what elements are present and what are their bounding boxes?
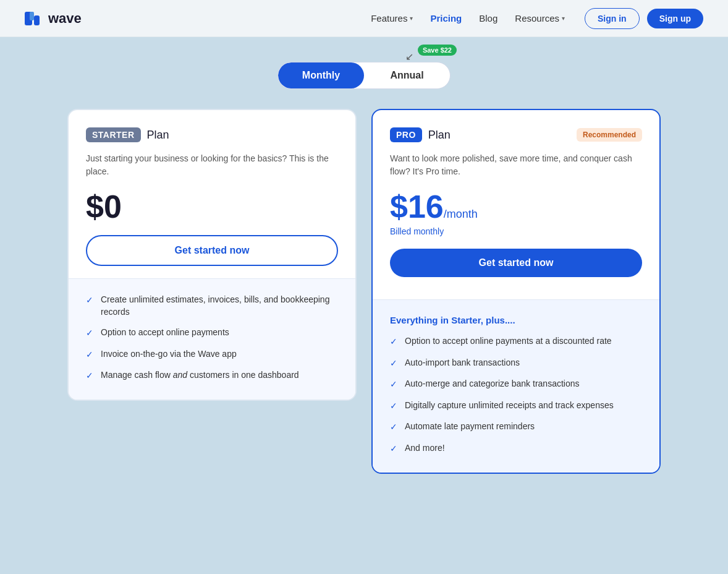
starter-badge: STARTER — [86, 127, 141, 142]
starter-cta-button[interactable]: Get started now — [86, 235, 338, 266]
list-item: ✓ Invoice on-the-go via the Wave app — [86, 348, 338, 361]
check-icon: ✓ — [390, 336, 397, 348]
list-item: ✓ Create unlimited estimates, invoices, … — [86, 294, 338, 318]
header-buttons: Sign in Sign up — [585, 8, 703, 29]
save-arrow-icon: ↙ — [405, 51, 413, 62]
check-icon: ✓ — [86, 327, 93, 340]
svg-rect-1 — [34, 15, 40, 25]
check-icon: ✓ — [390, 379, 397, 391]
starter-card-bottom: ✓ Create unlimited estimates, invoices, … — [69, 278, 355, 400]
pro-plan-card: PRO Plan Recommended Want to look more p… — [371, 109, 661, 474]
nav-pricing[interactable]: Pricing — [430, 13, 462, 24]
nav-features[interactable]: Features ▾ — [371, 13, 413, 24]
list-item: ✓ Automate late payment reminders — [390, 421, 642, 434]
pro-features-title: Everything in Starter, plus.... — [390, 315, 642, 325]
list-item: ✓ And more! — [390, 442, 642, 455]
starter-plan-card: STARTER Plan Just starting your business… — [67, 109, 357, 401]
save-badge: Save $22 — [418, 45, 457, 56]
chevron-down-icon: ▾ — [562, 15, 565, 22]
logo[interactable]: wave — [25, 11, 82, 27]
pro-card-top: PRO Plan Recommended Want to look more p… — [373, 110, 659, 299]
pro-price-per: /month — [444, 208, 478, 220]
pro-price-block: $16/month Billed monthly — [390, 191, 642, 236]
pro-plan-header: PRO Plan Recommended — [390, 127, 642, 142]
check-icon: ✓ — [86, 349, 93, 361]
starter-card-top: STARTER Plan Just starting your business… — [69, 110, 355, 278]
list-item: ✓ Manage cash flow and customers in one … — [86, 369, 338, 382]
recommended-badge: Recommended — [577, 128, 642, 142]
nav-resources[interactable]: Resources ▾ — [515, 13, 565, 24]
monthly-toggle-button[interactable]: Monthly — [278, 62, 364, 88]
chevron-down-icon: ▾ — [410, 15, 413, 22]
pro-badge: PRO — [390, 127, 422, 142]
pro-plan-name: Plan — [428, 129, 451, 142]
pro-card-bottom: Everything in Starter, plus.... ✓ Option… — [373, 299, 659, 473]
pro-cta-button[interactable]: Get started now — [390, 249, 642, 277]
signin-button[interactable]: Sign in — [585, 8, 640, 29]
pro-feature-list: ✓ Option to accept online payments at a … — [390, 335, 642, 455]
list-item: ✓ Auto-import bank transactions — [390, 357, 642, 370]
list-item: ✓ Auto-merge and categorize bank transac… — [390, 378, 642, 391]
svg-rect-2 — [30, 12, 34, 20]
starter-description: Just starting your business or looking f… — [86, 152, 338, 178]
logo-text: wave — [48, 11, 82, 27]
billing-toggle: Monthly Annual — [277, 62, 451, 89]
pro-price: $16/month — [390, 189, 478, 225]
check-icon: ✓ — [390, 400, 397, 413]
check-icon: ✓ — [390, 358, 397, 370]
pricing-cards: STARTER Plan Just starting your business… — [67, 109, 661, 474]
check-icon: ✓ — [86, 294, 93, 307]
annual-toggle-button[interactable]: Annual — [364, 62, 450, 88]
list-item: ✓ Digitally capture unlimited receipts a… — [390, 400, 642, 413]
signup-button[interactable]: Sign up — [647, 9, 703, 28]
starter-price: $0 — [86, 189, 122, 225]
wave-logo-icon — [25, 12, 43, 25]
pro-billing-label: Billed monthly — [390, 226, 642, 236]
main-content: Save $22 ↙ Monthly Annual STARTER Plan J… — [0, 37, 728, 511]
starter-plan-header: STARTER Plan — [86, 127, 338, 142]
check-icon: ✓ — [390, 421, 397, 434]
header: wave Features ▾ Pricing Blog Resources ▾… — [0, 0, 728, 37]
starter-plan-name: Plan — [147, 129, 169, 142]
billing-toggle-wrapper: Save $22 ↙ Monthly Annual — [277, 62, 451, 89]
starter-feature-list: ✓ Create unlimited estimates, invoices, … — [86, 294, 338, 382]
check-icon: ✓ — [390, 443, 397, 455]
main-nav: Features ▾ Pricing Blog Resources ▾ — [371, 13, 565, 24]
pro-description: Want to look more polished, save more ti… — [390, 152, 642, 178]
starter-price-block: $0 — [86, 191, 338, 223]
list-item: ✓ Option to accept online payments — [86, 327, 338, 340]
nav-blog[interactable]: Blog — [479, 13, 497, 24]
check-icon: ✓ — [86, 370, 93, 382]
list-item: ✓ Option to accept online payments at a … — [390, 335, 642, 348]
